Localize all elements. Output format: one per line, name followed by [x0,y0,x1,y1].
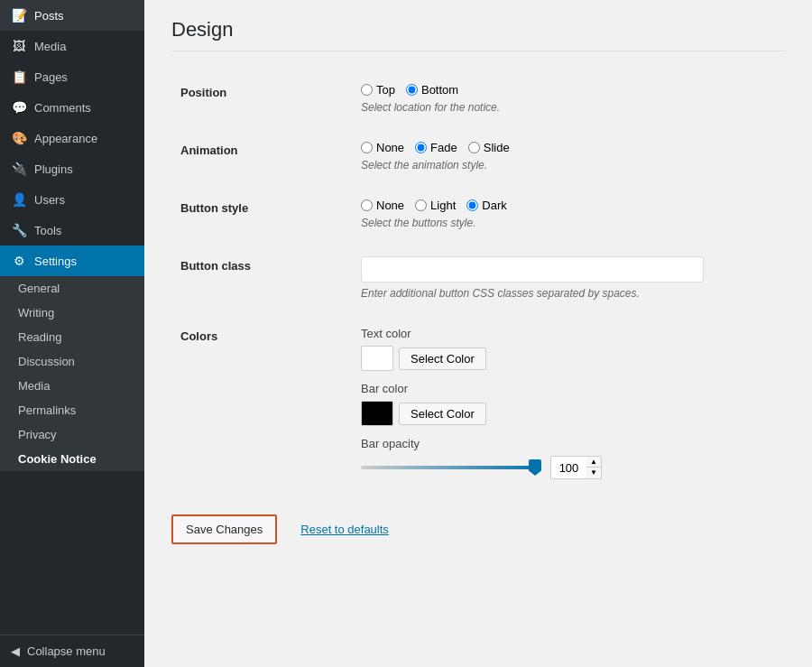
position-top-text: Top [376,83,395,97]
sidebar: 📝 Posts 🖼 Media 📋 Pages 💬 Comments 🎨 App… [0,0,144,667]
animation-fade-radio[interactable] [415,142,427,153]
opacity-spinner: ▲ ▼ [586,456,602,479]
btn-style-light-label[interactable]: Light [415,199,456,212]
submenu-cookie-notice[interactable]: Cookie Notice [0,447,144,471]
position-description: Select location for the notice. [361,101,776,114]
form-table: Position Top Bottom Select location for … [171,69,785,493]
position-row: Position Top Bottom Select location for … [171,69,785,127]
sidebar-item-settings-label: Settings [34,255,77,268]
animation-slide-radio[interactable] [468,142,480,153]
submenu-permalinks[interactable]: Permalinks [0,398,144,422]
sidebar-item-settings[interactable]: ⚙ Settings [0,245,144,276]
media-icon: 🖼 [11,38,27,54]
button-class-row: Button class Enter additional button CSS… [171,243,785,313]
sidebar-item-pages-label: Pages [34,70,68,84]
text-color-swatch [361,346,393,371]
animation-description: Select the animation style. [361,159,776,171]
bar-opacity-label: Bar opacity [361,437,776,450]
sidebar-item-comments[interactable]: 💬 Comments [0,92,144,123]
btn-style-dark-label[interactable]: Dark [466,199,506,212]
text-color-row: Select Color [361,346,776,371]
btn-style-dark-text: Dark [482,199,506,212]
opacity-decrement-btn[interactable]: ▼ [586,468,601,478]
btn-style-none-label[interactable]: None [361,199,404,212]
animation-label: Animation [171,127,352,185]
button-style-radio-group: None Light Dark [361,199,776,212]
button-style-row: Button style None Light Dark [171,185,785,243]
posts-icon: 📝 [11,7,27,23]
collapse-label: Collapse menu [27,644,106,658]
animation-slide-text: Slide [484,141,510,154]
button-class-label: Button class [171,243,352,313]
sidebar-item-appearance-label: Appearance [34,132,97,145]
sidebar-item-tools[interactable]: 🔧 Tools [0,215,144,245]
position-bottom-label[interactable]: Bottom [406,83,458,97]
colors-row: Colors Text color Select Color Bar color… [171,313,785,493]
opacity-input[interactable] [550,456,586,479]
position-bottom-text: Bottom [421,83,458,97]
btn-style-dark-radio[interactable] [466,199,478,211]
animation-field: None Fade Slide Select the animation sty… [352,127,785,185]
appearance-icon: 🎨 [11,130,27,146]
btn-style-none-text: None [376,199,404,212]
submenu-writing[interactable]: Writing [0,301,144,325]
bar-color-row: Select Color [361,401,776,426]
sidebar-item-posts[interactable]: 📝 Posts [0,0,144,31]
save-changes-button[interactable]: Save Changes [171,514,277,544]
opacity-slider-track[interactable] [361,466,541,469]
animation-none-text: None [376,141,404,154]
title-divider [171,51,785,51]
sidebar-item-pages[interactable]: 📋 Pages [0,61,144,92]
users-icon: 👤 [11,191,27,208]
opacity-input-wrapper: ▲ ▼ [550,456,602,479]
animation-none-radio[interactable] [361,142,373,153]
button-class-description: Enter additional button CSS classes sepa… [361,287,776,300]
plugins-icon: 🔌 [11,161,27,177]
sidebar-item-appearance[interactable]: 🎨 Appearance [0,123,144,153]
position-top-radio[interactable] [361,84,373,96]
position-top-label[interactable]: Top [361,83,395,97]
submenu-general[interactable]: General [0,276,144,301]
sidebar-item-plugins-label: Plugins [34,162,73,176]
settings-submenu: General Writing Reading Discussion Media… [0,276,144,471]
position-bottom-radio[interactable] [406,84,418,96]
sidebar-item-media-label: Media [34,40,66,53]
page-title: Design [171,18,785,42]
sidebar-menu: 📝 Posts 🖼 Media 📋 Pages 💬 Comments 🎨 App… [0,0,144,635]
submenu-media[interactable]: Media [0,374,144,398]
btn-style-light-text: Light [430,199,456,212]
animation-none-label[interactable]: None [361,141,404,154]
submenu-reading[interactable]: Reading [0,325,144,349]
main-content: Design Position Top Bottom [144,0,812,667]
bar-color-swatch [361,401,393,426]
animation-fade-label[interactable]: Fade [415,141,457,154]
colors-label: Colors [171,313,352,493]
bar-color-button[interactable]: Select Color [399,403,486,425]
comments-icon: 💬 [11,99,27,116]
sidebar-item-media[interactable]: 🖼 Media [0,31,144,61]
sidebar-item-plugins[interactable]: 🔌 Plugins [0,153,144,184]
reset-defaults-button[interactable]: Reset to defaults [288,516,401,542]
button-style-description: Select the buttons style. [361,217,776,229]
pages-icon: 📋 [11,69,27,85]
animation-slide-label[interactable]: Slide [468,141,510,154]
button-class-field: Enter additional button CSS classes sepa… [352,243,785,313]
opacity-increment-btn[interactable]: ▲ [586,457,601,468]
collapse-menu-button[interactable]: ◀ Collapse menu [0,635,144,667]
position-field: Top Bottom Select location for the notic… [352,69,785,127]
sidebar-item-posts-label: Posts [34,9,64,23]
bar-color-label: Bar color [361,382,776,395]
opacity-slider-thumb[interactable] [529,459,541,476]
button-style-label: Button style [171,185,352,243]
colors-field: Text color Select Color Bar color Select… [352,313,785,493]
form-footer: Save Changes Reset to defaults [171,514,785,562]
sidebar-item-users[interactable]: 👤 Users [0,184,144,215]
submenu-privacy[interactable]: Privacy [0,422,144,447]
submenu-discussion[interactable]: Discussion [0,349,144,374]
animation-fade-text: Fade [430,141,457,154]
tools-icon: 🔧 [11,222,27,238]
text-color-button[interactable]: Select Color [399,347,486,370]
button-class-input[interactable] [361,256,704,283]
btn-style-none-radio[interactable] [361,199,373,211]
btn-style-light-radio[interactable] [415,199,427,211]
